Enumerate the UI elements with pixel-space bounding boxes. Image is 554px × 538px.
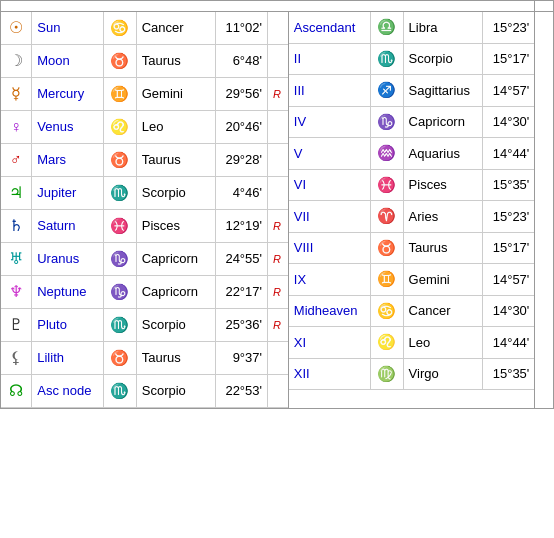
planet-row: ♇ Pluto ♏ Scorpio 25°36' R <box>1 309 288 342</box>
sign-name: Capricorn <box>136 276 215 309</box>
degree: 24°55' <box>215 243 267 276</box>
house-sign-name: Pisces <box>403 169 483 201</box>
planet-row: ♂ Mars ♉ Taurus 29°28' <box>1 144 288 177</box>
planet-row: ☉ Sun ♋ Cancer 11°02' <box>1 12 288 45</box>
planet-name: Saturn <box>32 210 104 243</box>
house-row: V ♒ Aquarius 14°44' <box>289 138 535 170</box>
placidus-header <box>535 1 554 12</box>
sign-symbol: ♏ <box>103 375 136 408</box>
house-row: II ♏ Scorpio 15°17' <box>289 43 535 75</box>
house-name: VII <box>289 201 370 233</box>
degree: 25°36' <box>215 309 267 342</box>
retrograde: R <box>268 243 288 276</box>
degree: 9°37' <box>215 342 267 375</box>
planet-row: ♆ Neptune ♑ Capricorn 22°17' R <box>1 276 288 309</box>
house-sign-symbol: ♋ <box>370 295 403 327</box>
house-name: IX <box>289 264 370 296</box>
sign-symbol: ♏ <box>103 309 136 342</box>
house-name: XII <box>289 358 370 390</box>
planet-row: ♅ Uranus ♑ Capricorn 24°55' R <box>1 243 288 276</box>
retrograde <box>268 342 288 375</box>
house-row: Ascendant ♎ Libra 15°23' <box>289 12 535 43</box>
house-sign-symbol: ♓ <box>370 169 403 201</box>
planet-name: Venus <box>32 111 104 144</box>
house-name: IV <box>289 106 370 138</box>
house-row: VII ♈ Aries 15°23' <box>289 201 535 233</box>
sign-name: Capricorn <box>136 243 215 276</box>
house-sign-symbol: ♐ <box>370 75 403 107</box>
house-degree: 14°30' <box>483 295 535 327</box>
house-sign-symbol: ♈ <box>370 201 403 233</box>
house-sign-name: Gemini <box>403 264 483 296</box>
planet-name: Neptune <box>32 276 104 309</box>
degree: 12°19' <box>215 210 267 243</box>
planet-row: ☽ Moon ♉ Taurus 6°48' <box>1 45 288 78</box>
sign-name: Scorpio <box>136 177 215 210</box>
zodiac-header <box>1 1 535 12</box>
sign-symbol: ♑ <box>103 243 136 276</box>
sign-name: Cancer <box>136 12 215 45</box>
degree: 29°28' <box>215 144 267 177</box>
planet-symbol: ⚸ <box>1 342 32 375</box>
sign-name: Leo <box>136 111 215 144</box>
sign-symbol: ♊ <box>103 78 136 111</box>
house-sign-name: Taurus <box>403 232 483 264</box>
house-sign-name: Aries <box>403 201 483 233</box>
planet-row: ♄ Saturn ♓ Pisces 12°19' R <box>1 210 288 243</box>
house-name: V <box>289 138 370 170</box>
planets-panel: ☉ Sun ♋ Cancer 11°02' ☽ Moon ♉ Taurus 6°… <box>1 12 289 409</box>
retrograde <box>268 12 288 45</box>
planet-symbol: ♀ <box>1 111 32 144</box>
sign-symbol: ♏ <box>103 177 136 210</box>
house-sign-symbol: ♑ <box>370 106 403 138</box>
planet-symbol: ☉ <box>1 12 32 45</box>
house-row: VI ♓ Pisces 15°35' <box>289 169 535 201</box>
degree: 29°56' <box>215 78 267 111</box>
house-name: VI <box>289 169 370 201</box>
house-row: XI ♌ Leo 14°44' <box>289 327 535 359</box>
house-sign-name: Scorpio <box>403 43 483 75</box>
planet-row: ☊ Asc node ♏ Scorpio 22°53' <box>1 375 288 408</box>
houses-panel: Ascendant ♎ Libra 15°23' II ♏ Scorpio 15… <box>288 12 535 409</box>
planet-symbol: ☿ <box>1 78 32 111</box>
planet-row: ♃ Jupiter ♏ Scorpio 4°46' <box>1 177 288 210</box>
planet-name: Mercury <box>32 78 104 111</box>
planet-name: Lilith <box>32 342 104 375</box>
sign-symbol: ♓ <box>103 210 136 243</box>
sign-name: Gemini <box>136 78 215 111</box>
house-name: III <box>289 75 370 107</box>
degree: 6°48' <box>215 45 267 78</box>
planet-symbol: ☽ <box>1 45 32 78</box>
house-row: VIII ♉ Taurus 15°17' <box>289 232 535 264</box>
house-sign-name: Leo <box>403 327 483 359</box>
sign-name: Scorpio <box>136 309 215 342</box>
retrograde: R <box>268 309 288 342</box>
house-name: XI <box>289 327 370 359</box>
planet-symbol: ♅ <box>1 243 32 276</box>
houses-table: Ascendant ♎ Libra 15°23' II ♏ Scorpio 15… <box>289 12 535 390</box>
house-degree: 14°57' <box>483 75 535 107</box>
house-sign-symbol: ♊ <box>370 264 403 296</box>
house-degree: 14°44' <box>483 138 535 170</box>
house-degree: 15°23' <box>483 201 535 233</box>
retrograde <box>268 45 288 78</box>
main-table: ☉ Sun ♋ Cancer 11°02' ☽ Moon ♉ Taurus 6°… <box>0 0 554 409</box>
house-degree: 15°17' <box>483 43 535 75</box>
planet-symbol: ♂ <box>1 144 32 177</box>
sign-symbol: ♉ <box>103 342 136 375</box>
planet-symbol: ♃ <box>1 177 32 210</box>
planet-symbol: ♄ <box>1 210 32 243</box>
house-row: Midheaven ♋ Cancer 14°30' <box>289 295 535 327</box>
planet-symbol: ♇ <box>1 309 32 342</box>
sign-symbol: ♉ <box>103 45 136 78</box>
house-row: XII ♍ Virgo 15°35' <box>289 358 535 390</box>
house-degree: 14°57' <box>483 264 535 296</box>
house-degree: 15°17' <box>483 232 535 264</box>
house-name: Ascendant <box>289 12 370 43</box>
retrograde: R <box>268 78 288 111</box>
degree: 11°02' <box>215 12 267 45</box>
house-sign-symbol: ♒ <box>370 138 403 170</box>
house-name: Midheaven <box>289 295 370 327</box>
planet-symbol: ♆ <box>1 276 32 309</box>
house-sign-symbol: ♌ <box>370 327 403 359</box>
